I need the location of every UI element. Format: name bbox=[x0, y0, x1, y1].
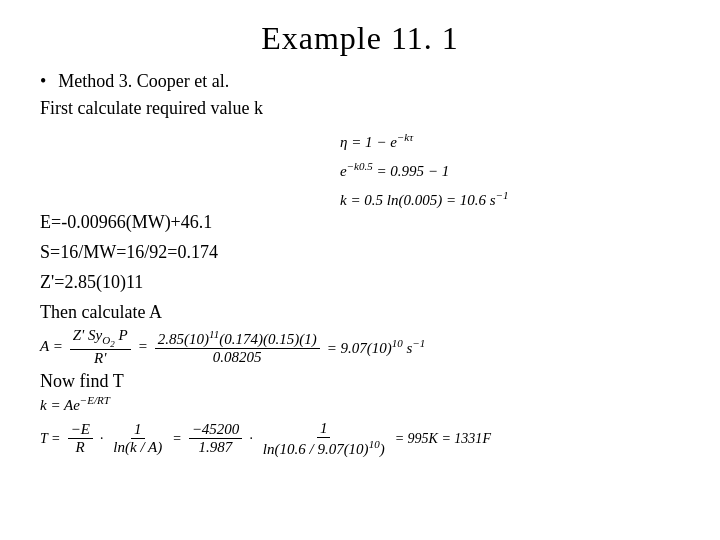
t-frac1: −E R bbox=[68, 421, 93, 456]
t-eq2: = bbox=[172, 431, 181, 447]
t-dot1: · bbox=[100, 431, 104, 447]
left-column: E=-0.00966(MW)+46.1 S=16/MW=16/92=0.174 … bbox=[40, 127, 340, 327]
k-ae-formula: k = Ae−E/RT bbox=[40, 394, 110, 414]
method-line: • Method 3. Cooper et al. bbox=[40, 71, 680, 92]
s-value-line: S=16/MW=16/92=0.174 bbox=[40, 239, 340, 267]
a-label: A = bbox=[40, 338, 63, 355]
t-frac4: 1 ln(10.6 / 9.07(10)10) bbox=[260, 420, 388, 458]
t-dot2: · bbox=[249, 431, 253, 447]
a-fraction-right: 2.85(10)11(0.174)(0.15)(1) 0.08205 bbox=[155, 328, 320, 366]
z-value-line: Z'=2.85(10)11 bbox=[40, 269, 340, 297]
t-denom4: ln(10.6 / 9.07(10)10) bbox=[260, 438, 388, 458]
t-frac3: −45200 1.987 bbox=[189, 421, 243, 456]
t-denom1: R bbox=[73, 439, 88, 456]
a-result: = 9.07(10)10 s−1 bbox=[327, 337, 426, 357]
page: Example 11. 1 • Method 3. Cooper et al. … bbox=[0, 0, 720, 540]
first-calc-text: First calculate required value k bbox=[40, 98, 680, 119]
method-text: Method 3. Cooper et al. bbox=[58, 71, 229, 92]
a-numer-right: 2.85(10)11(0.174)(0.15)(1) bbox=[155, 328, 320, 349]
t-numer4: 1 bbox=[317, 420, 331, 438]
a-numer-left: Z' SyO2 P bbox=[70, 327, 131, 350]
page-title: Example 11. 1 bbox=[40, 20, 680, 57]
t-numer1: −E bbox=[68, 421, 93, 439]
eta-formula: η = 1 − e−kτ bbox=[340, 129, 413, 154]
a-fraction-left: Z' SyO2 P R' bbox=[70, 327, 131, 367]
a-denom-left: R' bbox=[91, 350, 109, 367]
e-value-line: E=-0.00966(MW)+46.1 bbox=[40, 209, 340, 237]
t-denom2: ln(k / A) bbox=[110, 439, 165, 456]
t-label: T = bbox=[40, 431, 61, 447]
a-equals: = bbox=[138, 338, 148, 355]
right-column: η = 1 − e−kτ e−k0.5 = 0.995 − 1 k = 0.5 … bbox=[340, 127, 680, 327]
t-frac2: 1 ln(k / A) bbox=[110, 421, 165, 456]
now-find-text: Now find T bbox=[40, 371, 680, 392]
e-formula: e−k0.5 = 0.995 − 1 bbox=[340, 158, 449, 183]
t-numer2: 1 bbox=[131, 421, 145, 439]
t-formula-row: T = −E R · 1 ln(k / A) = −45200 1.987 · … bbox=[40, 420, 680, 458]
t-result: = 995K = 1331F bbox=[395, 431, 491, 447]
a-formula-row: A = Z' SyO2 P R' = 2.85(10)11(0.174)(0.1… bbox=[40, 327, 680, 367]
k-eq-row: k = Ae−E/RT bbox=[40, 394, 680, 414]
a-denom-right: 0.08205 bbox=[210, 349, 265, 366]
t-numer3: −45200 bbox=[189, 421, 243, 439]
then-calculate-line: Then calculate A bbox=[40, 299, 340, 327]
k-formula-right: k = 0.5 ln(0.005) = 10.6 s−1 bbox=[340, 187, 509, 212]
bullet-icon: • bbox=[40, 71, 46, 92]
t-denom3: 1.987 bbox=[196, 439, 236, 456]
